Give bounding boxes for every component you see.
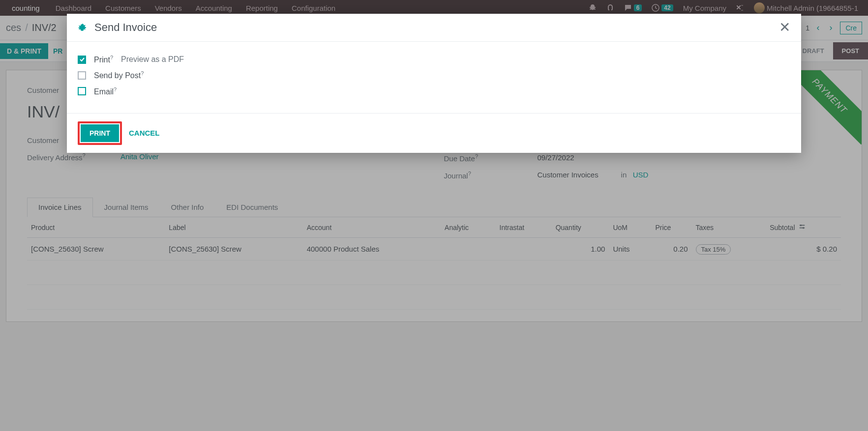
bug-icon [78,23,87,32]
cancel-button[interactable]: CANCEL [129,129,160,137]
print-label: Print? [94,55,113,64]
modal-footer: PRINT CANCEL [67,113,801,153]
send-invoice-modal: Send Invoice ✕ Print? Preview as a PDF S… [67,14,801,153]
preview-pdf-link[interactable]: Preview as a PDF [121,55,184,64]
print-checkbox[interactable] [78,56,86,64]
print-button-highlight: PRINT [78,121,122,145]
post-label: Send by Post? [94,70,144,80]
modal-header: Send Invoice ✕ [67,14,801,42]
modal-body: Print? Preview as a PDF Send by Post? Em… [67,42,801,113]
email-label: Email? [94,86,117,96]
close-button[interactable]: ✕ [779,21,790,34]
print-button[interactable]: PRINT [81,124,119,142]
modal-title: Send Invoice [94,21,157,34]
post-checkbox[interactable] [78,71,86,80]
email-checkbox[interactable] [78,87,86,95]
